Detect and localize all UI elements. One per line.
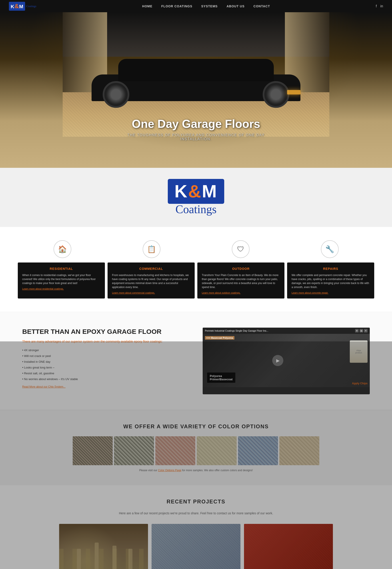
service-card-commercial: COMMERCIAL From warehouses to manufactur…	[108, 262, 195, 299]
projects-section: RECENT PROJECTS Here are a few of our re…	[0, 485, 392, 569]
repairs-icon: 🔧	[321, 240, 339, 258]
video-ctrl-3[interactable]: ✕	[364, 329, 367, 332]
nav-systems[interactable]: SYSTEMS	[201, 4, 218, 8]
repairs-body: We offer complete and permanent concrete…	[292, 273, 370, 289]
nav-about-us[interactable]: ABOUT US	[226, 4, 244, 8]
nav-contact[interactable]: CONTACT	[253, 4, 270, 8]
nav-floor-coatings[interactable]: FLOOR COATINGS	[161, 4, 193, 8]
project-3-image	[244, 524, 333, 569]
car-body-group	[92, 57, 300, 101]
outdoor-body: Transform Your Plain Concrete to an Item…	[202, 273, 280, 289]
hero-subtitle: THE TOUGHNESS OF POLYUREA AND CONVENIENC…	[118, 133, 274, 141]
service-card-outdoor: OUTDOOR Transform Your Plain Concrete to…	[197, 262, 284, 299]
residential-icon: 🏠	[54, 240, 71, 258]
big-logo-text: K&M	[168, 179, 224, 204]
big-logo: K&M Coatings	[168, 179, 224, 216]
basecoat-label: <<< Basecoat Polyurea	[205, 336, 235, 340]
wheel-left	[103, 81, 129, 108]
services-section: 🏠 📋 🛡 🔧 RESIDENTIAL When it comes to res…	[0, 227, 392, 312]
outdoor-link[interactable]: Learn more about outdoor coatings.	[202, 291, 280, 294]
commercial-icon: 📋	[143, 240, 160, 258]
service-card-repairs: REPAIRS We offer complete and permanent …	[287, 262, 374, 299]
residential-title: RESIDENTIAL	[22, 267, 100, 270]
projects-grid	[18, 524, 374, 569]
project-3-shadow	[244, 524, 333, 569]
commercial-title: COMMERCIAL	[112, 267, 190, 270]
video-header: Perintek Industrial Coatings Single Day …	[203, 328, 370, 334]
nav-home[interactable]: HOME	[142, 4, 153, 8]
main-nav: HOME FLOOR COATINGS SYSTEMS ABOUT US CON…	[142, 4, 270, 8]
big-logo-sub: Coatings	[168, 203, 224, 216]
wheel-right	[263, 81, 289, 108]
hero-content: One Day Garage Floors THE TOUGHNESS OF P…	[118, 117, 274, 141]
video-title-text: Perintek Industrial Coatings Single Day …	[205, 329, 268, 332]
services-cards: RESIDENTIAL When it comes to residential…	[18, 262, 374, 299]
header-social: f in	[376, 4, 383, 8]
site-header: K&M Coatings HOME FLOOR COATINGS SYSTEMS…	[0, 0, 392, 12]
outdoor-title: OUTDOOR	[202, 267, 280, 270]
residential-link[interactable]: Learn more about residential coatings.	[22, 287, 100, 290]
residential-body: When it comes to residential coatings, w…	[22, 273, 100, 285]
hero-section: One Day Garage Floors THE TOUGHNESS OF P…	[0, 12, 392, 168]
commercial-link[interactable]: Learn more about commercial coatings.	[112, 291, 190, 294]
service-card-residential: RESIDENTIAL When it comes to residential…	[18, 262, 105, 299]
epoxy-title: BETTER THAN AN EPOXY GARAGE FLOOR	[22, 328, 189, 336]
logo-box: K&M	[9, 2, 25, 11]
logo-section: K&M Coatings	[0, 168, 392, 227]
logo-sub: Coatings	[26, 4, 36, 8]
project-3	[244, 524, 333, 569]
video-ctrl-2[interactable]: ▤	[360, 329, 363, 332]
car-roof	[118, 59, 274, 81]
outdoor-icon: 🛡	[232, 240, 250, 258]
facebook-icon[interactable]: f	[376, 4, 377, 8]
repairs-title: REPAIRS	[292, 267, 370, 270]
video-controls: ⊕ ▤ ✕	[355, 329, 367, 332]
video-ctrl-1[interactable]: ⊕	[355, 329, 359, 332]
headlight	[287, 90, 300, 94]
header-logo: K&M Coatings	[9, 2, 36, 11]
commercial-body: From warehouses to manufacturing and kit…	[112, 273, 190, 289]
service-icons-row: 🏠 📋 🛡 🔧	[18, 240, 374, 258]
repairs-link[interactable]: Learn more about concrete repair.	[292, 291, 370, 294]
linkedin-icon[interactable]: in	[380, 4, 383, 8]
hero-title: One Day Garage Floors	[118, 117, 274, 130]
